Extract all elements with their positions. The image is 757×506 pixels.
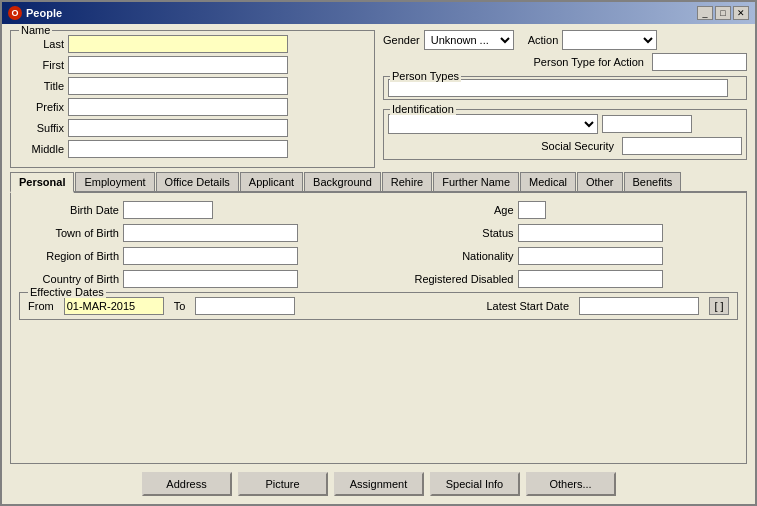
- person-type-for-action-label: Person Type for Action: [534, 56, 644, 68]
- tab-rehire[interactable]: Rehire: [382, 172, 432, 191]
- last-label: Last: [19, 38, 64, 50]
- first-label: First: [19, 59, 64, 71]
- nationality-label: Nationality: [384, 250, 514, 262]
- middle-label: Middle: [19, 143, 64, 155]
- first-name-input[interactable]: [68, 56, 288, 74]
- from-label: From: [28, 300, 54, 312]
- tab-personal[interactable]: Personal: [10, 172, 74, 193]
- last-name-input[interactable]: [68, 35, 288, 53]
- nationality-input[interactable]: [518, 247, 663, 265]
- country-of-birth-input[interactable]: [123, 270, 298, 288]
- tabs-container: Personal Employment Office Details Appli…: [10, 172, 747, 464]
- registered-disabled-row: Registered Disabled: [384, 270, 739, 288]
- last-name-row: Last: [19, 35, 366, 53]
- birth-date-label: Birth Date: [19, 204, 119, 216]
- suffix-input[interactable]: [68, 119, 288, 137]
- picture-button[interactable]: Picture: [238, 472, 328, 496]
- gender-row: Gender Unknown ... Male Female Action: [383, 30, 747, 50]
- action-label: Action: [528, 34, 559, 46]
- id-select[interactable]: [388, 114, 598, 134]
- minimize-button[interactable]: _: [697, 6, 713, 20]
- tab-content-personal: Birth Date Town of Birth Region of Birth: [10, 193, 747, 464]
- region-of-birth-input[interactable]: [123, 247, 298, 265]
- to-date-input[interactable]: [195, 297, 295, 315]
- age-input[interactable]: [518, 201, 546, 219]
- town-of-birth-input[interactable]: [123, 224, 298, 242]
- tab-medical[interactable]: Medical: [520, 172, 576, 191]
- prefix-label: Prefix: [19, 101, 64, 113]
- tab-applicant[interactable]: Applicant: [240, 172, 303, 191]
- person-type-for-action-row: Person Type for Action: [383, 53, 747, 71]
- title-buttons: _ □ ✕: [697, 6, 749, 20]
- address-button[interactable]: Address: [142, 472, 232, 496]
- to-label: To: [174, 300, 186, 312]
- id-row: [388, 114, 742, 134]
- maximize-button[interactable]: □: [715, 6, 731, 20]
- middle-row: Middle: [19, 140, 366, 158]
- main-content: Name Last First Title Prefix: [2, 24, 755, 504]
- latest-start-date-btn[interactable]: [ ]: [709, 297, 729, 315]
- first-name-row: First: [19, 56, 366, 74]
- tab-office-details[interactable]: Office Details: [156, 172, 239, 191]
- status-row: Status: [384, 224, 739, 242]
- title-input[interactable]: [68, 77, 288, 95]
- town-of-birth-label: Town of Birth: [19, 227, 119, 239]
- title-bar: O People _ □ ✕: [2, 2, 755, 24]
- title-row: Title: [19, 77, 366, 95]
- people-window: O People _ □ ✕ Name Last First: [0, 0, 757, 506]
- tab-employment[interactable]: Employment: [75, 172, 154, 191]
- close-button[interactable]: ✕: [733, 6, 749, 20]
- right-panel: Gender Unknown ... Male Female Action Pe…: [383, 30, 747, 168]
- region-of-birth-row: Region of Birth: [19, 247, 374, 265]
- birth-date-row: Birth Date: [19, 201, 374, 219]
- social-security-input[interactable]: [622, 137, 742, 155]
- bottom-buttons: Address Picture Assignment Special Info …: [10, 468, 747, 498]
- assignment-button[interactable]: Assignment: [334, 472, 424, 496]
- personal-left-col: Birth Date Town of Birth Region of Birth: [19, 201, 374, 288]
- region-of-birth-label: Region of Birth: [19, 250, 119, 262]
- from-date-input[interactable]: [64, 297, 164, 315]
- tab-background[interactable]: Background: [304, 172, 381, 191]
- status-input[interactable]: [518, 224, 663, 242]
- name-group: Name Last First Title Prefix: [10, 30, 375, 168]
- age-label: Age: [384, 204, 514, 216]
- others-button[interactable]: Others...: [526, 472, 616, 496]
- effective-dates-label: Effective Dates: [28, 286, 106, 298]
- person-types-label: Person Types: [390, 70, 461, 82]
- id-input[interactable]: [602, 115, 692, 133]
- latest-start-date-label: Latest Start Date: [486, 300, 569, 312]
- identification-label: Identification: [390, 103, 456, 115]
- special-info-button[interactable]: Special Info: [430, 472, 520, 496]
- gender-label: Gender: [383, 34, 420, 46]
- personal-right-col: Age Status Nationality Registered D: [384, 201, 739, 288]
- effective-dates: Effective Dates From To Latest Start Dat…: [19, 292, 738, 320]
- suffix-label: Suffix: [19, 122, 64, 134]
- top-section: Name Last First Title Prefix: [10, 30, 747, 168]
- town-of-birth-row: Town of Birth: [19, 224, 374, 242]
- suffix-row: Suffix: [19, 119, 366, 137]
- status-label: Status: [384, 227, 514, 239]
- action-select[interactable]: [562, 30, 657, 50]
- nationality-row: Nationality: [384, 247, 739, 265]
- social-security-label: Social Security: [541, 140, 614, 152]
- prefix-input[interactable]: [68, 98, 288, 116]
- tab-other[interactable]: Other: [577, 172, 623, 191]
- name-group-label: Name: [19, 24, 52, 36]
- tab-further-name[interactable]: Further Name: [433, 172, 519, 191]
- personal-grid: Birth Date Town of Birth Region of Birth: [19, 201, 738, 288]
- window-title: People: [26, 7, 62, 19]
- middle-input[interactable]: [68, 140, 288, 158]
- birth-date-input[interactable]: [123, 201, 213, 219]
- tab-bar: Personal Employment Office Details Appli…: [10, 172, 747, 193]
- tab-benefits[interactable]: Benefits: [624, 172, 682, 191]
- title-bar-left: O People: [8, 6, 62, 20]
- age-row: Age: [384, 201, 739, 219]
- app-icon: O: [8, 6, 22, 20]
- person-type-for-action-input[interactable]: [652, 53, 747, 71]
- person-types-box: Person Types: [383, 76, 747, 100]
- registered-disabled-input[interactable]: [518, 270, 663, 288]
- gender-select[interactable]: Unknown ... Male Female: [424, 30, 514, 50]
- identification-box: Identification Social Security: [383, 109, 747, 160]
- social-security-row: Social Security: [388, 137, 742, 155]
- latest-start-date-input[interactable]: [579, 297, 699, 315]
